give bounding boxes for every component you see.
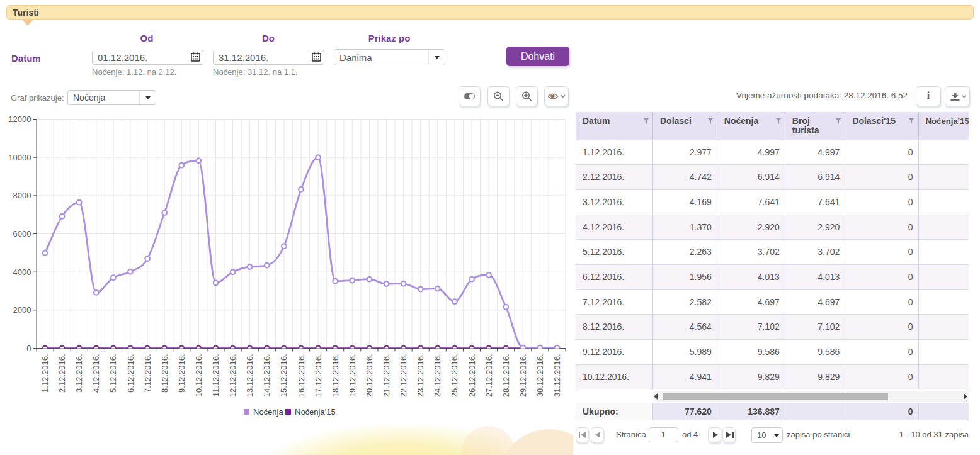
svg-text:18.12.2016.: 18.12.2016. [331,354,340,398]
svg-text:24.12.2016.: 24.12.2016. [433,354,442,398]
svg-text:Noćenja'15: Noćenja'15 [295,407,336,417]
svg-text:29.12.2016.: 29.12.2016. [518,354,528,398]
svg-text:3.12.2016.: 3.12.2016. [74,354,84,393]
svg-text:8.12.2016.: 8.12.2016. [160,354,169,393]
svg-text:23.12.2016.: 23.12.2016. [416,354,425,398]
svg-text:12.12.2016.: 12.12.2016. [228,354,237,398]
svg-text:20.12.2016.: 20.12.2016. [365,354,374,398]
svg-text:5.12.2016.: 5.12.2016. [108,354,118,393]
svg-text:21.12.2016.: 21.12.2016. [382,354,391,398]
svg-text:27.12.2016.: 27.12.2016. [484,354,494,398]
svg-text:7.12.2016.: 7.12.2016. [143,354,152,393]
svg-text:12000: 12000 [8,115,31,124]
svg-text:11.12.2016.: 11.12.2016. [211,354,220,397]
svg-text:Noćenja: Noćenja [253,407,283,417]
svg-text:6.12.2016.: 6.12.2016. [126,354,135,393]
svg-text:15.12.2016.: 15.12.2016. [279,354,288,398]
svg-text:4000: 4000 [13,267,31,277]
svg-text:30.12.2016.: 30.12.2016. [535,354,545,398]
svg-text:8000: 8000 [13,191,31,200]
svg-text:22.12.2016.: 22.12.2016. [399,354,408,398]
svg-text:31.12.2016.: 31.12.2016. [552,354,562,398]
svg-text:13.12.2016.: 13.12.2016. [245,354,254,398]
svg-text:26.12.2016.: 26.12.2016. [467,354,477,398]
svg-text:1.12.2016.: 1.12.2016. [40,354,50,393]
svg-text:19.12.2016.: 19.12.2016. [348,354,357,398]
svg-text:10000: 10000 [8,153,31,162]
svg-text:0: 0 [26,344,31,353]
svg-text:4.12.2016.: 4.12.2016. [91,354,101,393]
svg-text:17.12.2016.: 17.12.2016. [314,354,323,398]
svg-text:6000: 6000 [13,229,31,239]
svg-text:14.12.2016.: 14.12.2016. [262,354,271,398]
svg-text:28.12.2016.: 28.12.2016. [501,354,511,398]
svg-text:25.12.2016.: 25.12.2016. [450,354,459,398]
svg-text:10.12.2016.: 10.12.2016. [194,354,203,398]
svg-text:2000: 2000 [13,305,31,315]
svg-text:9.12.2016.: 9.12.2016. [177,354,186,393]
svg-text:16.12.2016.: 16.12.2016. [297,354,306,398]
svg-text:2.12.2016.: 2.12.2016. [57,354,67,393]
